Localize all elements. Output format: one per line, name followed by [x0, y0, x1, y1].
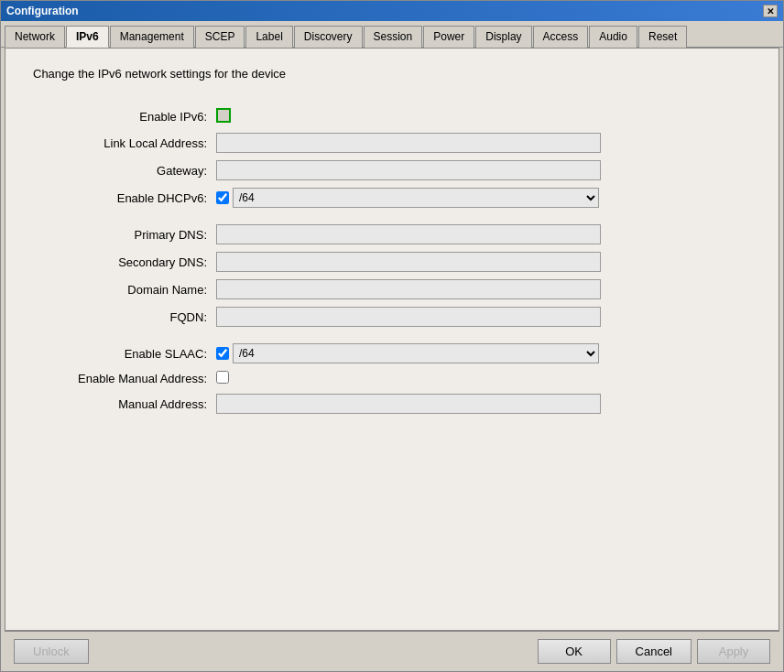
tab-management[interactable]: Management [110, 26, 194, 48]
enable-manual-address-row: Enable Manual Address: [33, 371, 751, 386]
fqdn-row: FQDN: [33, 307, 751, 327]
dhcpv6-dropdown[interactable]: /64 [233, 188, 599, 208]
enable-dhcpv6-control: /64 [216, 188, 751, 208]
content-area: Change the IPv6 network settings for the… [5, 48, 779, 631]
manual-address-row: Manual Address: [33, 394, 751, 414]
fqdn-label: FQDN: [33, 310, 216, 324]
tab-discovery[interactable]: Discovery [294, 26, 363, 48]
link-local-address-row: Link Local Address: [33, 133, 751, 153]
domain-name-input[interactable] [216, 279, 601, 299]
primary-dns-control [216, 224, 751, 244]
ok-button[interactable]: OK [538, 639, 611, 664]
link-local-address-control [216, 133, 751, 153]
footer: Unlock OK Cancel Apply [5, 631, 779, 671]
secondary-dns-control [216, 252, 751, 272]
tab-label[interactable]: Label [245, 26, 292, 48]
manual-address-control [216, 394, 751, 414]
cancel-button[interactable]: Cancel [616, 639, 691, 664]
footer-right: OK Cancel Apply [538, 639, 770, 664]
manual-address-label: Manual Address: [33, 397, 216, 411]
gateway-row: Gateway: [33, 160, 751, 180]
apply-button[interactable]: Apply [697, 639, 770, 664]
link-local-address-input[interactable] [216, 133, 601, 153]
enable-ipv6-row: Enable IPv6: [33, 108, 751, 125]
fqdn-control [216, 307, 751, 327]
gateway-label: Gateway: [33, 164, 216, 178]
slaac-dropdown[interactable]: /64 [233, 343, 599, 363]
secondary-dns-input[interactable] [216, 252, 601, 272]
tab-network[interactable]: Network [5, 26, 65, 48]
tab-session[interactable]: Session [364, 26, 423, 48]
primary-dns-row: Primary DNS: [33, 224, 751, 244]
enable-dhcpv6-row: Enable DHCPv6: /64 [33, 188, 751, 208]
tab-power[interactable]: Power [423, 26, 474, 48]
tab-scep[interactable]: SCEP [195, 26, 245, 48]
primary-dns-input[interactable] [216, 224, 601, 244]
domain-name-label: Domain Name: [33, 283, 216, 297]
primary-dns-label: Primary DNS: [33, 228, 216, 242]
footer-left: Unlock [14, 639, 89, 664]
unlock-button[interactable]: Unlock [14, 639, 89, 664]
close-button[interactable]: ✕ [763, 5, 778, 17]
tab-reset[interactable]: Reset [638, 26, 687, 48]
tab-access[interactable]: Access [533, 26, 589, 48]
enable-dhcpv6-label: Enable DHCPv6: [33, 191, 216, 205]
enable-slaac-row: Enable SLAAC: /64 [33, 343, 751, 363]
page-description: Change the IPv6 network settings for the… [33, 67, 751, 81]
gateway-control [216, 160, 751, 180]
tab-bar: Network IPv6 Management SCEP Label Disco… [1, 21, 783, 48]
enable-ipv6-control [216, 108, 751, 125]
manual-address-input[interactable] [216, 394, 601, 414]
enable-ipv6-label: Enable IPv6: [33, 110, 216, 124]
fqdn-input[interactable] [216, 307, 601, 327]
tab-ipv6[interactable]: IPv6 [66, 26, 109, 48]
configuration-window: Configuration ✕ Network IPv6 Management … [0, 0, 784, 672]
domain-name-control [216, 279, 751, 299]
secondary-dns-row: Secondary DNS: [33, 252, 751, 272]
secondary-dns-label: Secondary DNS: [33, 255, 216, 269]
title-bar: Configuration ✕ [1, 1, 783, 21]
link-local-address-label: Link Local Address: [33, 136, 216, 150]
window-title: Configuration [6, 5, 79, 17]
enable-manual-address-label: Enable Manual Address: [33, 372, 216, 385]
enable-slaac-checkbox[interactable] [216, 347, 229, 360]
enable-slaac-control: /64 [216, 343, 751, 363]
domain-name-row: Domain Name: [33, 279, 751, 299]
enable-dhcpv6-checkbox[interactable] [216, 191, 229, 204]
tab-display[interactable]: Display [475, 26, 531, 48]
enable-manual-address-control [216, 371, 751, 386]
tab-audio[interactable]: Audio [589, 26, 637, 48]
enable-manual-address-checkbox[interactable] [216, 371, 229, 384]
enable-ipv6-checkbox[interactable] [216, 108, 231, 123]
gateway-input[interactable] [216, 160, 601, 180]
enable-slaac-label: Enable SLAAC: [33, 347, 216, 361]
